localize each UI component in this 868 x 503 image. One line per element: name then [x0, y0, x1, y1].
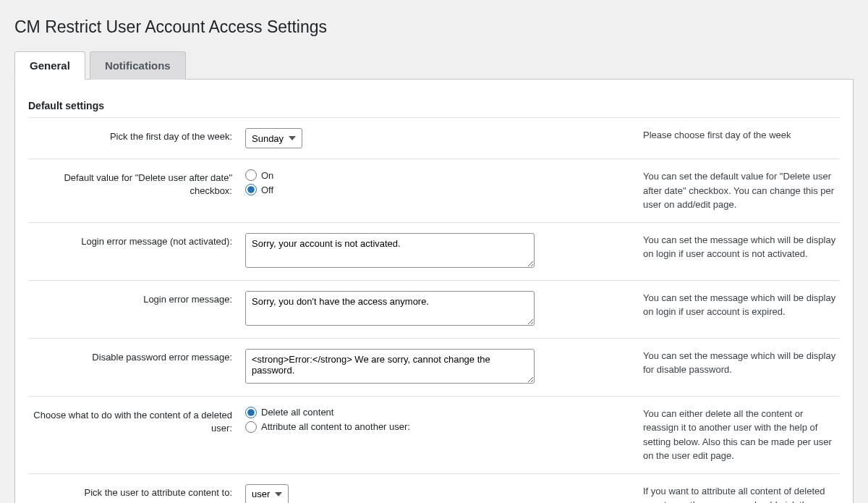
radio-delete-on-label: On — [261, 170, 273, 181]
help-err-not-activated: You can set the message which will be di… — [643, 233, 840, 261]
textarea-err-password[interactable] — [245, 349, 535, 384]
radio-content-delete-label: Delete all content — [261, 407, 333, 418]
row-attribute-user: Pick the user to attribute content to: u… — [28, 473, 840, 504]
radio-delete-off-label: Off — [261, 185, 273, 195]
radio-delete-on-wrapper[interactable]: On — [245, 169, 630, 181]
textarea-err-login[interactable] — [245, 291, 535, 326]
row-delete-default: Default value for "Delete user after dat… — [28, 158, 840, 222]
label-delete-default: Default value for "Delete user after dat… — [28, 169, 245, 198]
help-attribute-user: If you want to attribute all content of … — [643, 484, 840, 504]
tab-notifications[interactable]: Notifications — [90, 51, 186, 80]
select-attribute-user[interactable]: user — [245, 484, 289, 504]
radio-content-attribute-label: Attribute all content to another user: — [261, 421, 410, 432]
row-deleted-content: Choose what to do with the content of a … — [28, 396, 840, 473]
label-first-day: Pick the first day of the week: — [28, 128, 245, 143]
help-first-day: Please choose first day of the week — [643, 128, 840, 143]
radio-content-attribute[interactable] — [245, 421, 257, 433]
row-err-password: Disable password error message: You can … — [28, 338, 840, 396]
radio-content-delete-wrapper[interactable]: Delete all content — [245, 407, 630, 418]
page-title: CM Restrict User Account Access Settings — [14, 17, 854, 37]
textarea-err-not-activated[interactable] — [245, 233, 535, 268]
help-err-password: You can set the message which will be di… — [643, 349, 840, 377]
label-err-not-activated: Login error message (not activated): — [28, 233, 245, 248]
radio-content-delete[interactable] — [245, 407, 257, 418]
label-err-password: Disable password error message: — [28, 349, 245, 364]
settings-panel: Default settings Pick the first day of t… — [14, 80, 854, 503]
tab-general[interactable]: General — [14, 51, 85, 80]
radio-delete-on[interactable] — [245, 169, 257, 181]
label-err-login: Login error message: — [28, 291, 245, 306]
radio-delete-off[interactable] — [245, 184, 257, 195]
row-first-day: Pick the first day of the week: Sunday P… — [28, 117, 840, 158]
label-attribute-user: Pick the user to attribute content to: — [28, 484, 245, 499]
help-deleted-content: You can either delete all the content or… — [643, 407, 840, 463]
help-delete-default: You can set the default value for "Delet… — [643, 169, 840, 212]
section-title: Default settings — [28, 94, 840, 117]
radio-content-attribute-wrapper[interactable]: Attribute all content to another user: — [245, 421, 630, 433]
row-err-login: Login error message: You can set the mes… — [28, 280, 840, 338]
label-deleted-content: Choose what to do with the content of a … — [28, 407, 245, 435]
help-err-login: You can set the message which will be di… — [643, 291, 840, 319]
radio-delete-off-wrapper[interactable]: Off — [245, 184, 630, 195]
tabs: General Notifications — [14, 51, 854, 80]
select-first-day[interactable]: Sunday — [245, 128, 302, 148]
row-err-not-activated: Login error message (not activated): You… — [28, 222, 840, 280]
